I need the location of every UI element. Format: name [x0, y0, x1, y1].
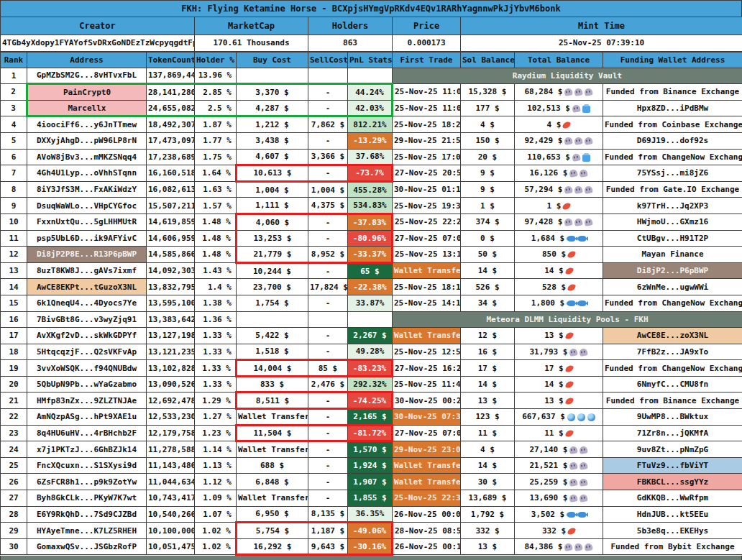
- address-cell[interactable]: x7j1PKTzJ...6GhBZJk14: [27, 441, 147, 458]
- address-cell[interactable]: 8iY3JfS3M...FxAKiWdzY: [27, 181, 147, 198]
- funding-wallet-cell[interactable]: Funded from ChangeNow Exchange: [603, 295, 742, 311]
- address-cell[interactable]: AVoW8jBv3...mMKZSNqq4: [27, 149, 147, 165]
- address-cell[interactable]: AvXKgf2vD...skWkGDPYf: [27, 328, 147, 344]
- address-cell[interactable]: HYAyeTmne...K7LZ5RHEH: [27, 523, 147, 539]
- solflare-wallet-icon: [567, 250, 576, 259]
- holder-pct-cell: 1.23 %: [195, 425, 237, 441]
- funding-wallet-cell[interactable]: D69J19...dof92s: [603, 132, 742, 149]
- address-cell[interactable]: 5HtqcqzjF...Q2sVKFvAp: [27, 344, 147, 360]
- creator-address[interactable]: 4TGb4yXdopy1FYAYofSvDRxGoNDEzTzWcpyqgdtF…: [1, 35, 195, 52]
- funding-wallet-cell[interactable]: FTuVz9...fbViYT: [603, 457, 742, 474]
- address-cell[interactable]: GpMZbSM2G...8vHTvxFbL: [27, 68, 147, 84]
- buy-cost-cell: Wallet Transfer: [237, 441, 308, 458]
- funding-wallet-cell[interactable]: Funded from ChangeNow Exchange: [603, 149, 742, 165]
- buy-cost-cell: 1,754 $: [237, 295, 308, 311]
- total-balance-cell: 667,637 $: [515, 409, 603, 426]
- address-cell[interactable]: Byh8GkCLk...PKyW7K7wt: [27, 490, 147, 507]
- phantom-wallet-icon: [585, 137, 594, 145]
- table-row: 185HtqcqzjF...Q2sVKFvAp13,121,2351.33 %1…: [1, 344, 742, 360]
- funding-wallet-cell[interactable]: Funded from Coinbase Exchange Fw: [603, 116, 742, 133]
- table-row: 17AvXKgf2vD...skWkGDPYf13,127,1981.33 %5…: [1, 328, 742, 344]
- funding-wallet-cell[interactable]: 9UwMP8...BWktux: [603, 409, 742, 426]
- sell-cost-cell: -: [308, 344, 348, 360]
- funding-wallet-cell[interactable]: AwCE8E...zoX3NL: [603, 328, 742, 344]
- total-balance-cell: 332 $: [515, 523, 603, 539]
- holders-table: Rank Address TokenCount Holder % Buy Cos…: [0, 52, 742, 556]
- address-cell[interactable]: PainCrypt0: [27, 84, 147, 101]
- table-row: 238q4HU6uHV...4rBHchb2F12,179,7581.23 %1…: [1, 425, 742, 441]
- address-cell[interactable]: 8uzT8KW8J...gAVs7ixmf: [27, 262, 147, 279]
- address-cell[interactable]: DXXyjAhgD...pW96LP8rN: [27, 132, 147, 149]
- buy-cost-cell: 10,613 $: [237, 165, 308, 182]
- first-trade-cell: 30-Nov-25 07:39: [393, 409, 461, 426]
- pnl-cell: [348, 68, 393, 84]
- holder-pct-cell: 2.5 %: [195, 100, 237, 116]
- address-cell[interactable]: 3vvXoWSQK...f94QNUBdw: [27, 360, 147, 377]
- total-balance-cell: 14 $: [515, 262, 603, 279]
- funding-wallet-cell[interactable]: 9uv8Zt...pNmZpG: [603, 441, 742, 458]
- address-cell[interactable]: FncXQcuxn...S1SXysi9d: [27, 457, 147, 474]
- col-header-tokencount: TokenCount: [147, 52, 195, 68]
- sol-balance-cell: 13,689 $: [461, 490, 515, 507]
- token-count-cell: 10,540,266: [147, 506, 195, 523]
- address-cell[interactable]: 5QbUpN9Pb...wYaGzabmo: [27, 376, 147, 393]
- funding-wallet-cell[interactable]: Funded from Bybit Exchange: [603, 538, 742, 555]
- address-cell[interactable]: Marcellx: [27, 100, 147, 116]
- pnl-cell: 44.24%: [348, 84, 393, 101]
- sol-balance-cell: 14 $: [461, 376, 515, 393]
- funding-wallet-cell[interactable]: k97TrH...Jq2XP3: [603, 198, 742, 214]
- address-cell[interactable]: DsuqWaWLo...VHpCYGfoc: [27, 198, 147, 214]
- funding-wallet-cell[interactable]: 5b3e8q...EKEHys: [603, 523, 742, 539]
- funding-wallet-cell[interactable]: Mayan Finance: [603, 247, 742, 263]
- sol-balance-cell: 4 $: [461, 116, 515, 133]
- phantom-wallet-icon: [569, 446, 579, 454]
- funding-wallet-cell[interactable]: 7FfB2z...JA9xTo: [603, 344, 742, 360]
- sell-cost-cell: 2,476 $: [308, 376, 348, 393]
- first-trade-cell: 26-Nov-25 00:08: [393, 506, 461, 523]
- funding-wallet-cell[interactable]: Funded from Binance Exchange: [603, 84, 742, 101]
- token-count-cell: 14,585,866: [147, 247, 195, 263]
- funding-wallet-cell[interactable]: Funded from Gate.IO Exchange: [603, 181, 742, 198]
- funding-wallet-cell[interactable]: 6NmyfC...CMU8fn: [603, 376, 742, 393]
- address-cell[interactable]: HMfp83nZx...9ZLZTNJAe: [27, 393, 147, 409]
- funding-wallet-cell[interactable]: HdnJUB...kt5EEu: [603, 506, 742, 523]
- address-cell[interactable]: GomaxwQSv...JSGbzRofP: [27, 538, 147, 555]
- funding-wallet-cell[interactable]: GdKKQB...WwRfpm: [603, 490, 742, 507]
- address-cell[interactable]: AwCE8EKPt...tGuzoX3NL: [27, 279, 147, 295]
- pnl-cell: -22.38%: [348, 279, 393, 295]
- buy-cost-cell: 5,754 $: [237, 523, 308, 539]
- total-balance-value: 13 $: [544, 331, 564, 340]
- address-cell[interactable]: FxxnUxtQu...5gLHHMUtR: [27, 214, 147, 230]
- address-cell[interactable]: 8q4HU6uHV...4rBHchb2F: [27, 425, 147, 441]
- funding-wallet-cell[interactable]: 75YSsj...mi8jZ6: [603, 165, 742, 182]
- address-cell[interactable]: 4Gh4U1Lyp...oVhhSTqnn: [27, 165, 147, 182]
- funding-wallet-cell[interactable]: Funded from ChangeNow Exchange: [603, 360, 742, 377]
- funding-wallet-cell[interactable]: 6zWnMe...ugwWWi: [603, 279, 742, 295]
- address-cell[interactable]: 6k1QneqU4...4Dyocs7Ye: [27, 295, 147, 311]
- address-cell[interactable]: Di8jP2P8E...R13P6pBWP: [27, 247, 147, 263]
- funding-wallet-cell[interactable]: HWjmoU...GXmz16: [603, 214, 742, 230]
- table-row: 74Gh4U1Lyp...oVhhSTqnn16,160,5181.64 %10…: [1, 165, 742, 182]
- address-cell[interactable]: AmNQzpASg...hPt9XAE1u: [27, 409, 147, 426]
- address-cell[interactable]: 6ZsFCR8h1...p9k9ZotYw: [27, 474, 147, 490]
- funding-wallet-cell[interactable]: 71Zr8n...jQKMfA: [603, 425, 742, 441]
- token-count-cell: 28,141,280: [147, 84, 195, 101]
- funding-wallet-cell[interactable]: CtUBgv...H91T2P: [603, 230, 742, 247]
- total-balance-cell: 92,429 $: [515, 132, 603, 149]
- holder-pct-cell: 1.4 %: [195, 279, 237, 295]
- address-cell[interactable]: psp5UbL6D...ik9AFYivC: [27, 230, 147, 247]
- funding-wallet-cell[interactable]: Hpx8ZD...iPdBMw: [603, 100, 742, 116]
- funding-wallet-cell[interactable]: Di8jP2...P6pBWP: [603, 262, 742, 279]
- address-cell[interactable]: 7BivGBt8G...v3wyZjq91: [27, 311, 147, 328]
- sol-balance-cell: 15,328 $: [461, 84, 515, 101]
- address-cell[interactable]: E6Y9RkQhD...7Sd9CJZBd: [27, 506, 147, 523]
- mint-time-value: 25-Nov-25 07:39:10: [461, 35, 742, 52]
- buy-cost-cell: 14,004 $: [237, 360, 308, 377]
- total-balance-value: 92,429 $: [525, 136, 563, 145]
- buy-cost-cell: 10,244 $: [237, 262, 308, 279]
- solflare-wallet-icon: [565, 429, 574, 438]
- pnl-cell: 292.32%: [348, 376, 393, 393]
- funding-wallet-cell[interactable]: Funded from Binance Exchange: [603, 393, 742, 409]
- funding-wallet-cell[interactable]: FBKBCL...ssgYYz: [603, 474, 742, 490]
- address-cell[interactable]: 4ioociFf6...y6JnTTmew: [27, 116, 147, 133]
